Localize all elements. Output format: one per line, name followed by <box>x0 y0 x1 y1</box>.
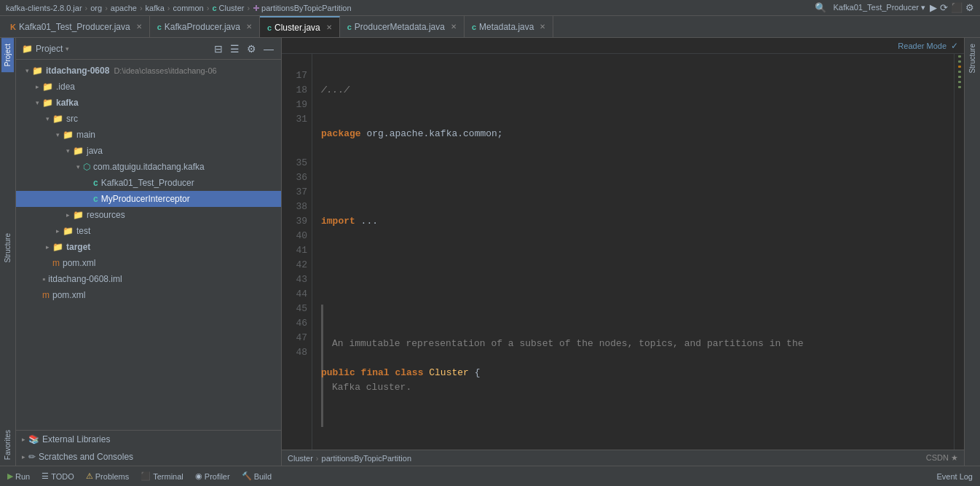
breadcrumb-item[interactable]: kafka-clients-2.8.0.jar <box>6 4 82 12</box>
breadcrumb-item[interactable]: kafka <box>146 4 165 12</box>
status-cluster[interactable]: Cluster <box>288 454 313 463</box>
tree-item-main[interactable]: ▾ 📁 main <box>16 127 281 143</box>
code-content[interactable]: /.../ package org.apache.kafka.common; i… <box>312 54 954 450</box>
tab-kafkaproducer[interactable]: c KafkaProducer.java ✕ <box>150 16 260 37</box>
breadcrumb-item[interactable]: c Cluster <box>212 4 244 12</box>
run-label: Run <box>15 472 30 481</box>
tree-label: com.atguigu.itdachang.kafka <box>93 162 205 172</box>
dropdown-icon[interactable]: ▾ <box>66 45 69 52</box>
java-icon: c <box>93 194 98 204</box>
search-icon[interactable]: 🔍 <box>815 2 826 13</box>
tree-expand-arrow[interactable]: ▾ <box>63 147 73 154</box>
terminal-button[interactable]: ⬛ Terminal <box>136 470 188 482</box>
tab-close-icon[interactable]: ✕ <box>136 23 142 31</box>
terminal-label: Terminal <box>153 472 183 481</box>
tree-item-package[interactable]: ▾ ⬡ com.atguigu.itdachang.kafka <box>16 159 281 175</box>
tree-expand-arrow[interactable]: ▸ <box>63 211 73 219</box>
left-tab-project[interactable]: Project <box>1 38 14 72</box>
scratches-icon: ✏ <box>28 452 36 462</box>
reader-mode-button[interactable]: Reader Mode <box>898 42 947 50</box>
tree-item-target[interactable]: ▸ 📁 target <box>16 239 281 255</box>
tree-item-kafka[interactable]: ▾ 📁 kafka <box>16 95 281 111</box>
tab-close-icon[interactable]: ✕ <box>246 23 252 31</box>
code-line: import ... <box>321 214 954 229</box>
tree-expand-arrow[interactable]: ▾ <box>42 115 52 122</box>
tree-view: ▾ 📁 itdachang-0608 D:\idea\classes\itdac… <box>16 60 281 430</box>
breadcrumb-item[interactable]: common <box>173 4 204 12</box>
breadcrumb-bar: kafka-clients-2.8.0.jar › org › apache ›… <box>0 0 980 16</box>
xml-icon: m <box>42 290 50 300</box>
run-button[interactable]: ▶ Run <box>3 470 34 482</box>
gutter-mark <box>958 81 961 83</box>
todo-label: TODO <box>51 472 74 481</box>
tab-metadata[interactable]: c Metadata.java ✕ <box>465 16 554 37</box>
tree-item-src[interactable]: ▾ 📁 src <box>16 111 281 127</box>
status-breadcrumb: Cluster › partitionsByTopicPartition <box>288 454 411 463</box>
tab-label: Kafka01_Test_Producer.java <box>19 22 130 32</box>
tree-item-iml[interactable]: ▸ ▪ itdachang-0608.iml <box>16 271 281 287</box>
tree-item-java[interactable]: ▾ 📁 java <box>16 143 281 159</box>
breadcrumb-item[interactable]: partitionsByTopicPartition <box>253 4 352 12</box>
tab-close-icon[interactable]: ✕ <box>540 23 545 31</box>
tree-item-idea[interactable]: ▸ 📁 .idea <box>16 79 281 95</box>
right-gutter <box>954 54 964 450</box>
gutter-mark <box>958 76 961 78</box>
code-line-doc: An immutable representation of a subset … <box>321 305 954 334</box>
tree-item-resources[interactable]: ▸ 📁 resources <box>16 207 281 223</box>
status-field[interactable]: partitionsByTopicPartition <box>322 454 412 463</box>
sidebar: 📁 Project ▾ ⊟ ☰ ⚙ — ▾ 📁 itdachang-0608 D… <box>16 38 282 466</box>
ext-libraries-item[interactable]: ▸ 📚 External Libraries <box>16 431 281 448</box>
toolbar-icons: ▶ ⟳ ⬛ ⚙ <box>930 2 974 13</box>
tree-expand-arrow[interactable]: ▾ <box>73 163 83 171</box>
tree-expand-arrow[interactable]: ▸ <box>32 83 42 90</box>
tree-expand-arrow[interactable]: ▸ <box>52 227 63 235</box>
tree-arrow-spacer: ▸ <box>83 179 93 187</box>
left-tab-favorites[interactable]: Favorites <box>1 424 14 466</box>
close-sidebar-icon[interactable]: — <box>262 42 275 56</box>
tab-producermetadata[interactable]: c ProducerMetadata.java ✕ <box>340 16 465 37</box>
java-icon: c <box>93 178 98 188</box>
tree-expand-arrow[interactable]: ▾ <box>32 99 42 106</box>
code-area[interactable]: 17 18 19 31 35 36 37 38 39 40 41 42 43 4… <box>282 54 964 450</box>
tree-arrow-spacer: ▸ <box>83 195 93 203</box>
csdn-label: CSDN ★ <box>926 453 958 463</box>
tab-close-icon[interactable]: ✕ <box>326 23 332 31</box>
breadcrumb-item[interactable]: apache <box>111 4 137 12</box>
tree-item-kafka01[interactable]: ▸ c Kafka01_Test_Producer <box>16 175 281 191</box>
folder-icon: 📁 <box>42 82 53 92</box>
tree-label: main <box>76 130 95 140</box>
left-vert-tabs: Project Structure Favorites <box>0 38 16 466</box>
todo-button[interactable]: ☰ TODO <box>37 470 79 482</box>
tree-expand-arrow[interactable]: ▾ <box>52 131 63 138</box>
editor-header: Reader Mode ✓ <box>282 38 964 54</box>
tab-label: Cluster.java <box>274 23 320 33</box>
tree-expand-arrow[interactable]: ▸ <box>42 243 52 251</box>
right-tab-structure[interactable]: Structure <box>966 38 979 79</box>
collapse-all-icon[interactable]: ⊟ <box>213 42 224 56</box>
tree-item-root[interactable]: ▾ 📁 itdachang-0608 D:\idea\classes\itdac… <box>16 63 281 79</box>
breadcrumb-item[interactable]: org <box>90 4 102 12</box>
tree-item-test[interactable]: ▸ 📁 test <box>16 223 281 239</box>
scratches-item[interactable]: ▸ ✏ Scratches and Consoles <box>16 448 281 466</box>
dropdown-icon[interactable]: Kafka01_Test_Producer ▾ <box>834 3 925 12</box>
problems-label: Problems <box>95 472 129 481</box>
editor-area: Reader Mode ✓ 17 18 19 31 35 36 37 38 39… <box>282 38 964 466</box>
tree-item-myproducer[interactable]: ▸ c MyProducerInterceptor <box>16 191 281 207</box>
problems-button[interactable]: ⚠ Problems <box>82 470 133 482</box>
tab-cluster[interactable]: c Cluster.java ✕ <box>260 16 340 37</box>
tree-item-pom2[interactable]: ▸ m pom.xml <box>16 287 281 303</box>
tab-kafka01[interactable]: K Kafka01_Test_Producer.java ✕ <box>3 16 150 37</box>
tree-item-pom1[interactable]: ▸ m pom.xml <box>16 255 281 271</box>
left-tab-structure[interactable]: Structure <box>1 227 14 269</box>
profiler-button[interactable]: ◉ Profiler <box>191 470 234 482</box>
tree-expand-arrow[interactable]: ▾ <box>22 67 32 74</box>
expand-icon[interactable]: ☰ <box>229 42 241 56</box>
event-log-button[interactable]: Event Log <box>932 471 977 482</box>
settings-icon[interactable]: ⚙ <box>245 42 258 56</box>
gutter-mark-warn <box>958 66 961 68</box>
run-icon: ▶ <box>7 471 13 481</box>
iml-icon: ▪ <box>42 274 45 284</box>
tab-close-icon[interactable]: ✕ <box>451 23 457 31</box>
folder-icon: 📁 <box>32 66 43 76</box>
build-button[interactable]: 🔨 Build <box>237 470 276 482</box>
